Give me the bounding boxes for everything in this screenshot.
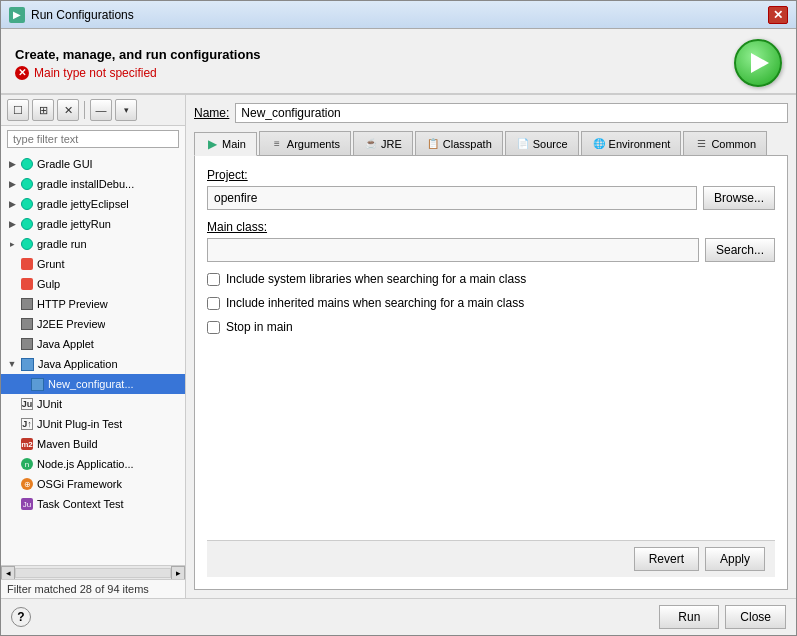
tree-list: ▶ Gradle GUI ▶ gradle installDebu... ▶ g… [1, 152, 185, 565]
toolbar-separator [84, 101, 85, 119]
left-toolbar: ☐ ⊞ ✕ — ▾ [1, 95, 185, 126]
item-label: Java Application [38, 358, 118, 370]
spacer [7, 339, 17, 349]
run-button-bottom[interactable]: Run [659, 605, 719, 629]
tab-classpath[interactable]: 📋 Classpath [415, 131, 503, 155]
filter-input[interactable] [7, 130, 179, 148]
list-item[interactable]: m2 Maven Build [1, 434, 185, 454]
arguments-tab-icon: ≡ [270, 137, 284, 151]
gradle-icon [21, 158, 33, 170]
horizontal-scrollbar[interactable]: ◂ ▸ [1, 565, 185, 579]
window-icon: ▶ [9, 7, 25, 23]
scroll-right-button[interactable]: ▸ [171, 566, 185, 580]
tab-source-label: Source [533, 138, 568, 150]
name-input[interactable] [235, 103, 788, 123]
expand-arrow: ▶ [7, 179, 17, 189]
tab-common[interactable]: ☰ Common [683, 131, 767, 155]
browse-button[interactable]: Browse... [703, 186, 775, 210]
list-item[interactable]: n Node.js Applicatio... [1, 454, 185, 474]
revert-button[interactable]: Revert [634, 547, 699, 571]
maven-icon: m2 [21, 438, 33, 450]
java-applet-icon [21, 338, 33, 350]
filter-status: Filter matched 28 of 94 items [1, 579, 185, 598]
list-item[interactable]: Gulp [1, 274, 185, 294]
main-class-field-group: Main class: Search... [207, 220, 775, 262]
revert-apply-bar: Revert Apply [207, 540, 775, 577]
header-title: Create, manage, and run configurations [15, 47, 261, 62]
checkbox-system-libs-input[interactable] [207, 273, 220, 286]
spacer [7, 399, 17, 409]
header-left: Create, manage, and run configurations ✕… [15, 47, 261, 80]
spacer [7, 259, 17, 269]
tab-main[interactable]: ▶ Main [194, 132, 257, 156]
junit-plugin-icon: J↑ [21, 418, 33, 430]
gradle-icon [21, 218, 33, 230]
java-application-icon [21, 358, 34, 371]
new-config-button[interactable]: ☐ [7, 99, 29, 121]
tab-environment[interactable]: 🌐 Environment [581, 131, 682, 155]
list-item[interactable]: ▸ gradle run [1, 234, 185, 254]
close-button[interactable]: ✕ [768, 6, 788, 24]
tab-bar: ▶ Main ≡ Arguments ☕ JRE 📋 Classpath 📄 [194, 131, 788, 156]
sidebar-item-new-configuration[interactable]: New_configurat... [1, 374, 185, 394]
spacer [7, 479, 17, 489]
scroll-left-button[interactable]: ◂ [1, 566, 15, 580]
list-item[interactable]: J↑ JUnit Plug-in Test [1, 414, 185, 434]
spacer [7, 319, 17, 329]
copy-config-button[interactable]: ⊞ [32, 99, 54, 121]
item-label: gradle jettyRun [37, 218, 111, 230]
item-label: OSGi Framework [37, 478, 122, 490]
collapse-button[interactable]: — [90, 99, 112, 121]
list-item[interactable]: HTTP Preview [1, 294, 185, 314]
scroll-track[interactable] [15, 568, 171, 578]
tab-jre[interactable]: ☕ JRE [353, 131, 413, 155]
sidebar-item-java-application[interactable]: ▼ Java Application [1, 354, 185, 374]
common-tab-icon: ☰ [694, 137, 708, 151]
tab-jre-label: JRE [381, 138, 402, 150]
view-menu-button[interactable]: ▾ [115, 99, 137, 121]
list-item[interactable]: Ju JUnit [1, 394, 185, 414]
list-item[interactable]: J2EE Preview [1, 314, 185, 334]
classpath-tab-icon: 📋 [426, 137, 440, 151]
help-button[interactable]: ? [11, 607, 31, 627]
window-title: Run Configurations [31, 8, 762, 22]
item-label: Gradle GUI [37, 158, 93, 170]
list-item[interactable]: ▶ gradle jettyEclipsel [1, 194, 185, 214]
list-item[interactable]: ▶ Gradle GUI [1, 154, 185, 174]
list-item[interactable]: Java Applet [1, 334, 185, 354]
tab-arguments[interactable]: ≡ Arguments [259, 131, 351, 155]
main-class-row: Search... [207, 238, 775, 262]
project-input[interactable] [207, 186, 697, 210]
list-item[interactable]: ▶ gradle installDebu... [1, 174, 185, 194]
main-class-input[interactable] [207, 238, 699, 262]
expand-arrow: ▼ [7, 359, 17, 369]
checkbox-inherited-mains-label: Include inherited mains when searching f… [226, 296, 524, 310]
close-button-bottom[interactable]: Close [725, 605, 786, 629]
delete-config-button[interactable]: ✕ [57, 99, 79, 121]
expand-arrow: ▸ [7, 239, 17, 249]
error-text: Main type not specified [34, 66, 157, 80]
item-label: J2EE Preview [37, 318, 105, 330]
checkbox-stop-in-main: Stop in main [207, 320, 775, 334]
checkbox-stop-in-main-input[interactable] [207, 321, 220, 334]
junit-icon: Ju [21, 398, 33, 410]
j2ee-icon [21, 318, 33, 330]
tab-source[interactable]: 📄 Source [505, 131, 579, 155]
list-item[interactable]: Ju Task Context Test [1, 494, 185, 514]
spacer [7, 439, 17, 449]
list-item[interactable]: ⊕ OSGi Framework [1, 474, 185, 494]
checkbox-inherited-mains-input[interactable] [207, 297, 220, 310]
header-error: ✕ Main type not specified [15, 66, 261, 80]
gradle-icon [21, 178, 33, 190]
item-label: gradle jettyEclipsel [37, 198, 129, 210]
item-label: gradle run [37, 238, 87, 250]
task-icon: Ju [21, 498, 33, 510]
list-item[interactable]: Grunt [1, 254, 185, 274]
spacer [207, 344, 775, 530]
search-button[interactable]: Search... [705, 238, 775, 262]
item-label: JUnit [37, 398, 62, 410]
run-button[interactable] [734, 39, 782, 87]
apply-button[interactable]: Apply [705, 547, 765, 571]
list-item[interactable]: ▶ gradle jettyRun [1, 214, 185, 234]
bottom-bar: ? Run Close [1, 598, 796, 635]
